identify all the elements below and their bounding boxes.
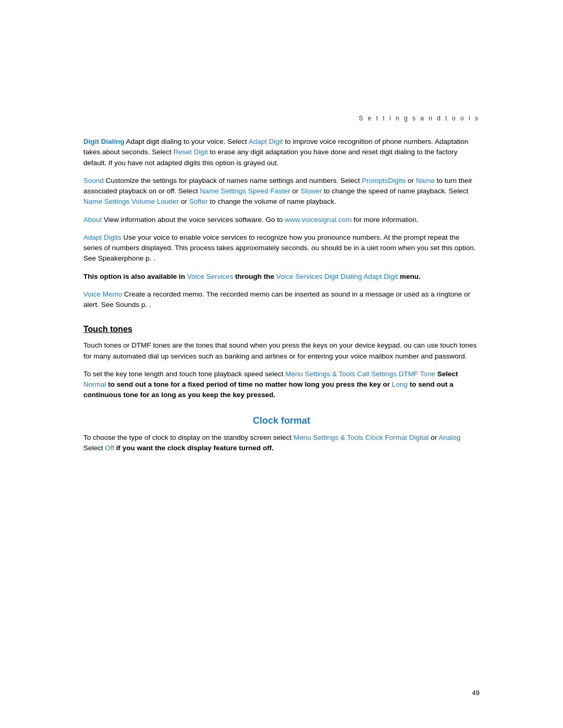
sound-text-7: to change the volume of name playback. bbox=[210, 198, 336, 205]
reset-digit-link[interactable]: Reset Digit bbox=[174, 148, 208, 156]
long-link[interactable]: Long bbox=[392, 380, 408, 388]
name-link[interactable]: Name bbox=[416, 177, 435, 184]
clock-format-link[interactable]: Clock Format bbox=[365, 434, 409, 441]
digit-dialing-adapt-link[interactable]: Digit Dialing Adapt Digit bbox=[324, 273, 398, 280]
about-text-1: View information about the voice service… bbox=[104, 216, 285, 224]
sound-link[interactable]: Sound bbox=[83, 177, 104, 184]
clock-format-or: or bbox=[431, 434, 438, 441]
sound-text-5: to change the speed of name playback. Se… bbox=[324, 187, 468, 195]
name-settings-volume-link[interactable]: Name Settings Volume Louder bbox=[83, 198, 179, 205]
adapt-digit-link-1[interactable]: Adapt Digit bbox=[249, 138, 283, 145]
adapt-digits-text: Use your voice to enable voice services … bbox=[83, 233, 475, 263]
option-available-block: This option is also available in Voice S… bbox=[83, 272, 480, 282]
about-block: About View information about the voice s… bbox=[83, 215, 480, 225]
touch-tones-select-label: Select bbox=[437, 370, 458, 378]
voice-services-link-2[interactable]: Voice Services bbox=[276, 273, 323, 280]
sound-text-2: or bbox=[408, 177, 416, 184]
sound-block: Sound Customize the settings for playbac… bbox=[83, 176, 480, 207]
touch-tones-text-1: To set the key tone length and touch ton… bbox=[83, 370, 285, 378]
prompts-digits-link[interactable]: PromptsDigits bbox=[362, 177, 406, 184]
voice-memo-link[interactable]: Voice Memo bbox=[83, 290, 122, 298]
clock-format-text-1: To choose the type of clock to display o… bbox=[83, 434, 293, 441]
voice-memo-block: Voice Memo Create a recorded memo. The r… bbox=[83, 289, 480, 311]
slower-link[interactable]: Slower bbox=[300, 187, 322, 195]
touch-tones-heading: Touch tones bbox=[83, 325, 480, 334]
sound-text-1: Customize the settings for playback of n… bbox=[106, 177, 362, 184]
digit-dialing-text-1: Adapt digit dialing to your voice. Selec… bbox=[126, 138, 249, 145]
menu-settings-tools-link[interactable]: Menu Settings & Tools Call Settings DTMF… bbox=[285, 370, 435, 378]
option-text-3: menu. bbox=[400, 273, 421, 280]
name-settings-speed-link[interactable]: Name Settings Speed Faster bbox=[200, 187, 290, 195]
adapt-digits-block: Adapt Digits Use your voice to enable vo… bbox=[83, 232, 480, 264]
about-link[interactable]: About bbox=[83, 216, 102, 224]
voice-services-link-1[interactable]: Voice Services bbox=[187, 273, 234, 280]
menu-settings-tools-clock-link[interactable]: Menu Settings & Tools bbox=[293, 434, 363, 441]
touch-tones-para-1: Touch tones or DTMF tones are the tones … bbox=[83, 340, 480, 362]
voice-memo-text: Create a recorded memo. The recorded mem… bbox=[83, 290, 470, 309]
option-text-2: through the bbox=[235, 273, 276, 280]
clock-format-text-2: if you want the clock display feature tu… bbox=[116, 444, 274, 452]
touch-tones-text-2: to send out a tone for a fixed period of… bbox=[108, 380, 392, 388]
off-link[interactable]: Off bbox=[105, 444, 114, 452]
option-text-1: This option is also available in bbox=[83, 273, 187, 280]
about-text-2: for more information. bbox=[353, 216, 419, 224]
adapt-digits-link[interactable]: Adapt Digits bbox=[83, 233, 121, 241]
touch-tones-para-2: To set the key tone length and touch ton… bbox=[83, 369, 480, 401]
softer-link[interactable]: Softer bbox=[189, 198, 208, 205]
digit-dialing-block: Digit Dialing Adapt digit dialing to you… bbox=[83, 137, 480, 168]
sound-text-4: or bbox=[292, 187, 301, 195]
page-header: S e t t i n g s a n d t o o l s bbox=[83, 115, 480, 122]
clock-format-select: Select bbox=[83, 444, 105, 452]
page-container: S e t t i n g s a n d t o o l s Digit Di… bbox=[0, 0, 563, 728]
digital-link[interactable]: Digital bbox=[409, 434, 429, 441]
analog-link[interactable]: Analog bbox=[438, 434, 460, 441]
digit-dialing-label: Digit Dialing bbox=[83, 138, 125, 145]
page-number: 49 bbox=[472, 689, 480, 697]
clock-format-block: To choose the type of clock to display o… bbox=[83, 433, 480, 454]
normal-link[interactable]: Normal bbox=[83, 380, 106, 388]
voicesignal-link[interactable]: www.voicesignal.com bbox=[285, 216, 351, 224]
sound-text-6: or bbox=[181, 198, 189, 205]
clock-format-heading: Clock format bbox=[83, 415, 480, 426]
